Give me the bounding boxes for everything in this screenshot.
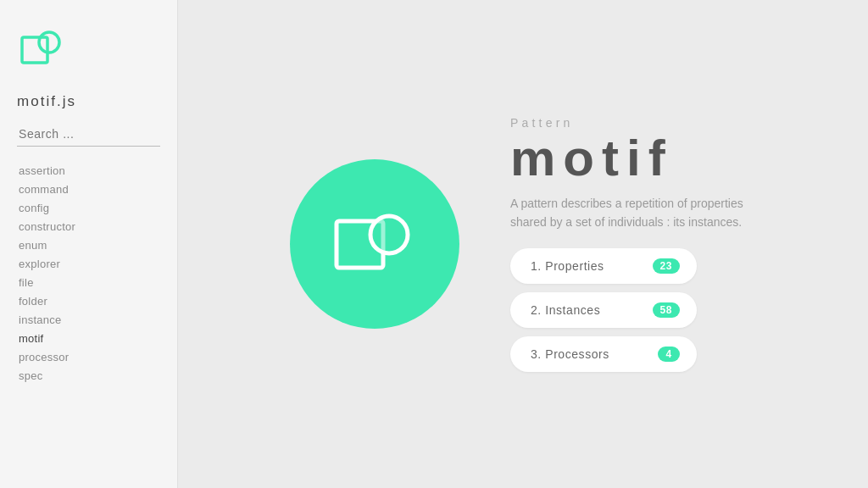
motif-logo-large <box>328 197 421 291</box>
nav-btn-badge-2: 58 <box>653 302 680 318</box>
pattern-title: motif <box>510 133 756 184</box>
pattern-description: A pattern describes a repetition of prop… <box>510 194 756 232</box>
motif-circle-icon <box>290 159 459 329</box>
nav-btn-1[interactable]: 1. Properties23 <box>510 248 697 284</box>
nav-list: assertioncommandconfigconstructorenumexp… <box>17 162 160 385</box>
info-panel: Pattern motif A pattern describes a repe… <box>510 116 756 373</box>
svg-point-1 <box>39 32 59 53</box>
sidebar-item-folder[interactable]: folder <box>17 292 160 310</box>
app-logo-icon <box>17 24 64 71</box>
sidebar-item-constructor[interactable]: constructor <box>17 218 160 236</box>
sidebar-item-config[interactable]: config <box>17 199 160 217</box>
sidebar-item-command[interactable]: command <box>17 180 160 198</box>
sidebar: motif.js assertioncommandconfigconstruct… <box>0 0 178 488</box>
sidebar-item-instance[interactable]: instance <box>17 311 160 329</box>
sidebar-item-motif[interactable]: motif <box>17 330 160 347</box>
sidebar-item-assertion[interactable]: assertion <box>17 162 160 180</box>
nav-btn-3[interactable]: 3. Processors4 <box>510 336 697 372</box>
logo-area <box>17 24 160 73</box>
app-title: motif.js <box>17 93 160 110</box>
sidebar-item-processor[interactable]: processor <box>17 348 160 366</box>
sidebar-item-file[interactable]: file <box>17 274 160 291</box>
main-content: Pattern motif A pattern describes a repe… <box>178 0 868 488</box>
svg-point-3 <box>370 216 408 253</box>
nav-buttons: 1. Properties232. Instances583. Processo… <box>510 248 756 372</box>
search-input[interactable] <box>17 124 160 147</box>
nav-btn-badge-3: 4 <box>658 347 680 362</box>
nav-btn-label-3: 3. Processors <box>531 347 609 361</box>
sidebar-item-explorer[interactable]: explorer <box>17 255 160 273</box>
nav-btn-label-2: 2. Instances <box>531 303 600 317</box>
sidebar-item-enum[interactable]: enum <box>17 236 160 254</box>
nav-btn-label-1: 1. Properties <box>531 259 604 273</box>
content-area: Pattern motif A pattern describes a repe… <box>290 116 756 373</box>
sidebar-item-spec[interactable]: spec <box>17 367 160 385</box>
nav-btn-2[interactable]: 2. Instances58 <box>510 292 697 328</box>
nav-btn-badge-1: 23 <box>653 258 680 274</box>
pattern-label: Pattern <box>510 116 756 130</box>
